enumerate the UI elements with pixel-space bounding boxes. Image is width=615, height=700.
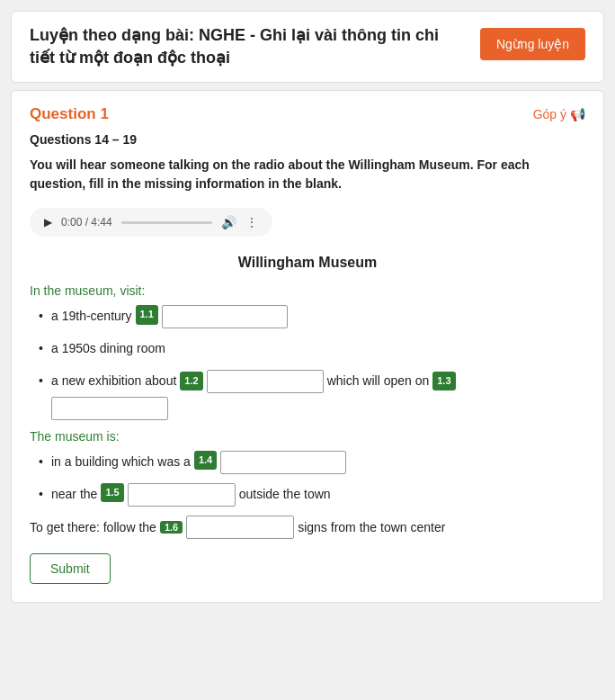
answer-input-1-6[interactable] bbox=[186, 516, 294, 539]
list-item: near the 1.5 outside the town bbox=[30, 483, 585, 507]
tag-1-4: 1.4 bbox=[194, 451, 217, 471]
volume-icon[interactable]: 🔊 bbox=[221, 215, 236, 229]
header-section: Luyện theo dạng bài: NGHE - Ghi lại vài … bbox=[11, 11, 604, 83]
row-wrap-2 bbox=[51, 397, 456, 420]
more-options-icon[interactable]: ⋮ bbox=[245, 215, 258, 229]
tag-1-2: 1.2 bbox=[180, 372, 202, 391]
tag-1-3: 1.3 bbox=[432, 372, 455, 391]
submit-button[interactable]: Submit bbox=[30, 553, 111, 584]
play-button[interactable]: ▶ bbox=[44, 216, 52, 229]
questions-range: Questions 14 – 19 bbox=[30, 132, 585, 147]
item-multi-row: a new exhibition about 1.2 which will op… bbox=[51, 370, 456, 420]
to-get-suffix: signs from the town center bbox=[298, 520, 445, 534]
section-visit-label: In the museum, visit: bbox=[30, 283, 585, 298]
gop-y-button[interactable]: Góp ý 📢 bbox=[533, 107, 585, 121]
question-card: Question 1 Góp ý 📢 Questions 14 – 19 You… bbox=[11, 90, 604, 602]
answer-input-1-5[interactable] bbox=[128, 483, 236, 507]
list-item: a 19th-century 1.1 bbox=[30, 305, 585, 328]
answer-input-1-1[interactable] bbox=[162, 305, 288, 328]
item-middle: which will open on bbox=[327, 370, 430, 392]
row-wrap-1: a new exhibition about 1.2 which will op… bbox=[51, 370, 456, 393]
audio-time: 0:00 / 4:44 bbox=[61, 216, 112, 229]
list-item: a new exhibition about 1.2 which will op… bbox=[30, 370, 585, 420]
question-header: Question 1 Góp ý 📢 bbox=[30, 105, 585, 123]
tag-1-5: 1.5 bbox=[101, 483, 123, 503]
item-text: a 1950s dining room bbox=[51, 337, 165, 360]
item-prefix: in a building which was a bbox=[51, 451, 191, 473]
answer-input-1-2[interactable] bbox=[207, 370, 324, 393]
stop-button[interactable]: Ngừng luyện bbox=[480, 28, 585, 60]
list-item: in a building which was a 1.4 bbox=[30, 451, 585, 474]
tag-1-6: 1.6 bbox=[160, 521, 183, 534]
gop-y-label: Góp ý bbox=[533, 107, 566, 121]
page-title: Luyện theo dạng bài: NGHE - Ghi lại vài … bbox=[30, 24, 461, 69]
answer-input-1-3[interactable] bbox=[51, 397, 168, 420]
audio-player: ▶ 0:00 / 4:44 🔊 ⋮ bbox=[30, 208, 272, 237]
answer-input-1-4[interactable] bbox=[220, 451, 346, 474]
item-suffix: outside the town bbox=[239, 483, 331, 506]
item-prefix: near the bbox=[51, 483, 97, 506]
to-get-prefix: To get there: follow the bbox=[30, 520, 156, 534]
question-title: Question 1 bbox=[30, 105, 109, 123]
audio-progress-bar[interactable] bbox=[121, 221, 212, 224]
to-get-row: To get there: follow the 1.6 signs from … bbox=[30, 516, 585, 539]
museum-title: Willingham Museum bbox=[30, 255, 585, 271]
list-item: a 1950s dining room bbox=[30, 337, 585, 360]
section-museum-label: The museum is: bbox=[30, 429, 585, 444]
instruction-text: You will hear someone talking on the rad… bbox=[30, 156, 585, 193]
tag-1-1: 1.1 bbox=[136, 305, 158, 325]
item-prefix: a 19th-century bbox=[51, 305, 132, 328]
item-prefix: a new exhibition about bbox=[51, 370, 176, 392]
speaker-icon: 📢 bbox=[570, 107, 585, 121]
